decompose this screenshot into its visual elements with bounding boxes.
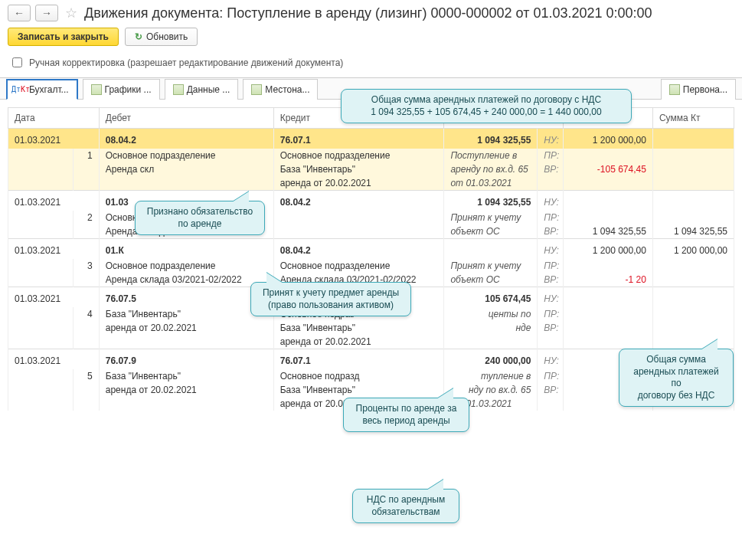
nav-forward[interactable]: →	[35, 5, 58, 21]
tab-accounting[interactable]: ДтКт Бухгалт...	[6, 79, 78, 100]
table-row[interactable]: 3 Основное подразделение Основное подраз…	[8, 259, 734, 273]
nav-back[interactable]: ←	[8, 5, 31, 21]
table-row[interactable]: Аренда склада 03/2021-02/2022 объект ОС …	[8, 224, 734, 239]
table-row[interactable]: аренда от 20.02.2021 База "Инвентарь" нд…	[8, 321, 734, 335]
table-row[interactable]: 01.03.2021 01.03 08.04.2 1 094 325,55 НУ…	[8, 191, 734, 211]
table-row[interactable]: 01.03.2021 08.04.2 76.07.1 1 094 325,55 …	[8, 129, 734, 149]
callout-vat: НДС по аренднымобязательствам	[352, 489, 459, 523]
favorite-icon[interactable]: ☆	[63, 5, 80, 21]
callout-accepted: Принят к учету предмет аренды(право поль…	[250, 282, 411, 316]
table-row[interactable]: 2 Основное подразделение Принят к учету …	[8, 211, 734, 224]
callout-interest: Проценты по аренде завесь период аренды	[343, 398, 469, 432]
tab-data[interactable]: Данные ...	[165, 79, 239, 100]
table-row[interactable]: аренда от 20.02.2021	[8, 335, 734, 349]
callout-total-with-vat: Общая сумма арендных платежей по договор…	[341, 89, 632, 123]
save-close-button[interactable]: Записать и закрыть	[8, 28, 119, 46]
manual-correction-checkbox[interactable]	[12, 57, 22, 67]
tab-graphs[interactable]: Графики ...	[83, 79, 160, 100]
table-icon	[669, 84, 680, 95]
table-icon	[173, 84, 184, 95]
th-debit[interactable]: Дебет	[99, 108, 273, 129]
table-row[interactable]: аренда от 20.02.2021 от 01.03.2021	[8, 176, 734, 191]
refresh-icon	[135, 31, 142, 42]
table-icon	[91, 84, 102, 95]
callout-total-no-vat: Общая суммаарендных платежей подоговору …	[619, 349, 734, 407]
tab-location[interactable]: Местона...	[243, 79, 318, 100]
page-title: Движения документа: Поступление в аренду…	[84, 5, 652, 21]
table-row[interactable]: 01.03.2021 01.К 08.04.2 НУ: 1 200 000,00…	[8, 239, 734, 260]
tab-initial[interactable]: Первона...	[661, 79, 736, 100]
refresh-button[interactable]: Обновить	[125, 28, 198, 46]
th-sum-kt[interactable]: Сумма Кт	[652, 108, 734, 129]
table-row[interactable]: 1 Основное подразделение Основное подраз…	[8, 149, 734, 162]
manual-correction-label: Ручная корректировка (разрешает редактир…	[29, 57, 343, 68]
table-icon	[251, 84, 262, 95]
dtkt-icon: ДтКт	[15, 84, 26, 95]
th-date[interactable]: Дата	[8, 108, 100, 129]
table-row[interactable]: Аренда скл База "Инвентарь" аренду по вх…	[8, 162, 734, 176]
callout-liability: Признано обязательствопо аренде	[135, 201, 265, 235]
